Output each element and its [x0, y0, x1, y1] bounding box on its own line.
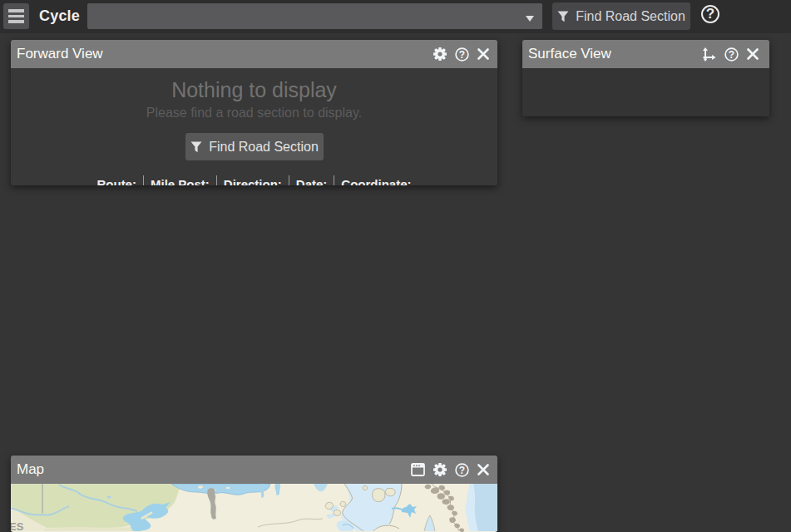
svg-text:?: ?: [459, 48, 465, 60]
svg-text:ES: ES: [11, 520, 24, 532]
svg-text:?: ?: [459, 464, 465, 475]
svg-text:?: ?: [729, 48, 734, 60]
